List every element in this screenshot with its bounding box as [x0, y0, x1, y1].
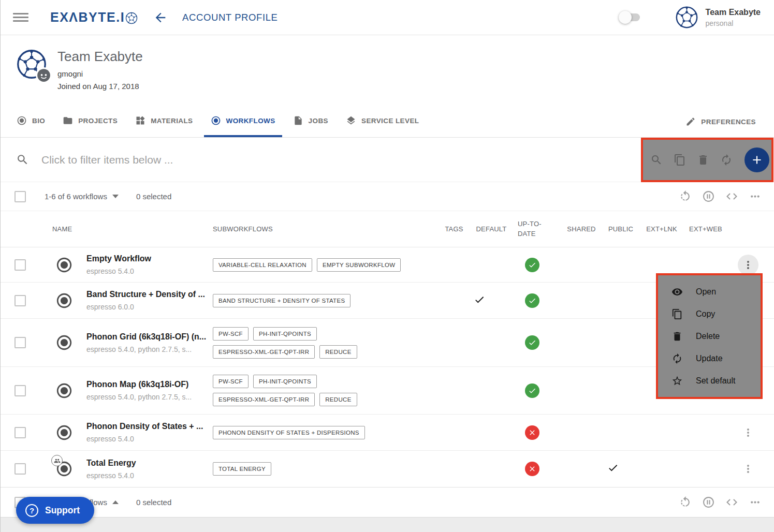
theme-toggle[interactable]: [620, 13, 640, 21]
menu-item-delete[interactable]: Delete: [658, 325, 761, 347]
row-checkbox[interactable]: [14, 463, 26, 475]
delete-icon[interactable]: [697, 154, 709, 166]
name-cell: Total Energyespresso 5.4.0: [86, 459, 213, 480]
up-to-date-badge: [525, 258, 539, 272]
more-horiz-icon[interactable]: [749, 190, 762, 203]
copy-icon[interactable]: [674, 154, 686, 166]
support-button[interactable]: ? Support: [16, 497, 94, 524]
menu-item-label: Set default: [696, 376, 736, 386]
copy-icon: [671, 308, 683, 320]
selected-count: 0 selected: [136, 498, 171, 507]
widgets-icon: [135, 115, 145, 126]
column-header-ext-web: EXT+WEB: [689, 225, 722, 233]
account-avatar[interactable]: [675, 6, 698, 29]
row-checkbox[interactable]: [14, 427, 26, 438]
close-icon: [528, 428, 536, 437]
tab-workflows[interactable]: WORKFLOWS: [204, 106, 282, 137]
add-workflow-button[interactable]: [744, 147, 769, 172]
exabyte-logo[interactable]: EXΛBYTE.I: [50, 10, 138, 25]
up-to-date-badge: [525, 335, 539, 350]
workflow-name[interactable]: Phonon Density of States + ...: [86, 422, 213, 431]
list-actions: [668, 496, 762, 509]
menu-item-copy[interactable]: Copy: [658, 303, 761, 325]
workflow-icon: [55, 424, 73, 441]
preferences-label: PREFERENCES: [701, 118, 756, 126]
tab-projects[interactable]: PROJECTS: [56, 106, 124, 137]
subworkflows-cell: PHONON DENSITY OF STATES + DISPERSIONS: [213, 426, 420, 439]
update-icon: [671, 353, 683, 364]
check-icon: [528, 261, 536, 269]
selection-bar: 1-6 of 6 workflows 0 selected: [1, 182, 774, 211]
preferences-button[interactable]: PREFERENCES: [679, 106, 763, 137]
menu-item-label: Update: [696, 354, 723, 363]
tab-materials[interactable]: MATERIALS: [128, 106, 199, 137]
undo-icon[interactable]: [679, 190, 692, 203]
workflow-name[interactable]: Total Energy: [86, 459, 213, 468]
subworkflow-chip: PHONON DENSITY OF STATES + DISPERSIONS: [213, 426, 365, 439]
more-horiz-icon[interactable]: [749, 496, 762, 509]
subworkflow-chip: PW-SCF: [213, 327, 249, 341]
workflow-name[interactable]: Empty Workflow: [86, 254, 213, 263]
menu-item-label: Delete: [696, 332, 720, 341]
eye-icon: [17, 115, 27, 126]
row-checkbox[interactable]: [14, 259, 26, 271]
row-checkbox[interactable]: [14, 385, 26, 396]
menu-icon[interactable]: [13, 11, 28, 24]
toggle-knob: [619, 11, 632, 24]
star-icon: [671, 375, 683, 387]
workflow-icon: [55, 334, 73, 351]
tab-label: WORKFLOWS: [226, 117, 275, 125]
up-to-date-cell: [509, 335, 556, 350]
column-header-ext-lnk: EXT+LNK: [634, 225, 689, 233]
check-icon: [528, 387, 536, 395]
filter-input[interactable]: [41, 154, 404, 166]
subworkflows-cell: PW-SCFPH-INIT-QPOINTSESPRESSO-XML-GET-QP…: [213, 327, 420, 359]
name-cell: Empty Workflowespresso 5.4.0: [86, 254, 213, 275]
pagination-dropdown[interactable]: 1-6 of 6 workflows: [45, 192, 119, 201]
undo-icon[interactable]: [679, 496, 692, 509]
people-icon: [54, 457, 61, 464]
more-vert-icon: [742, 426, 754, 439]
workflow-version: espresso 6.0.0: [86, 303, 213, 311]
row-checkbox[interactable]: [14, 295, 26, 306]
workflow-name[interactable]: Phonon Grid (6k3q18i-OF) (n...: [86, 332, 213, 342]
update-icon[interactable]: [720, 154, 733, 166]
tab-jobs[interactable]: JOBS: [286, 106, 335, 137]
code-icon[interactable]: [725, 496, 738, 509]
up-to-date-badge: [525, 383, 539, 398]
tab-bio[interactable]: BIO: [10, 106, 52, 137]
column-header-default: DEFAULT: [474, 225, 509, 233]
row-more-button[interactable]: [738, 255, 758, 275]
folder-icon: [63, 115, 73, 126]
workflow-name[interactable]: Phonon Map (6k3q18i-OF): [86, 380, 213, 389]
pause-icon[interactable]: [702, 496, 715, 509]
pause-icon[interactable]: [702, 190, 715, 203]
row-more-button[interactable]: [738, 422, 758, 443]
select-all-checkbox[interactable]: [14, 191, 26, 202]
row-checkbox[interactable]: [14, 337, 26, 348]
menu-item-open[interactable]: Open: [658, 280, 761, 303]
help-icon: ?: [25, 504, 38, 517]
file-icon: [293, 115, 303, 126]
default-check-icon: [474, 298, 485, 307]
workflow-name[interactable]: Band Structure + Density of ...: [86, 290, 213, 299]
menu-item-set-default[interactable]: Set default: [658, 370, 761, 392]
subworkflows-cell: BAND STRUCTURE + DENSITY OF STATES: [213, 294, 420, 307]
code-icon[interactable]: [725, 190, 738, 203]
workflow-icon: [55, 382, 73, 400]
account-info[interactable]: Team Exabyte personal: [706, 8, 761, 27]
search-icon[interactable]: [650, 154, 663, 166]
account-name: Team Exabyte: [706, 8, 761, 17]
radio-target-icon: [55, 382, 73, 400]
layers-icon: [346, 115, 356, 126]
workflow-version: espresso 5.4.0, python 2.7.5, s...: [86, 345, 213, 353]
up-to-date-badge: [525, 293, 539, 308]
row-more-button[interactable]: [738, 459, 758, 479]
search-icon: [16, 153, 29, 166]
menu-item-update[interactable]: Update: [658, 347, 761, 370]
back-arrow-icon[interactable]: [153, 10, 168, 25]
app-bar: EXΛBYTE.I ACCOUNT PROFILE Team Exabyte p…: [1, 0, 774, 35]
tab-service-level[interactable]: SERVICE LEVEL: [339, 106, 426, 137]
chevron-up-icon: [112, 500, 119, 504]
workflow-row: Total Energyespresso 5.4.0TOTAL ENERGY: [1, 451, 774, 487]
